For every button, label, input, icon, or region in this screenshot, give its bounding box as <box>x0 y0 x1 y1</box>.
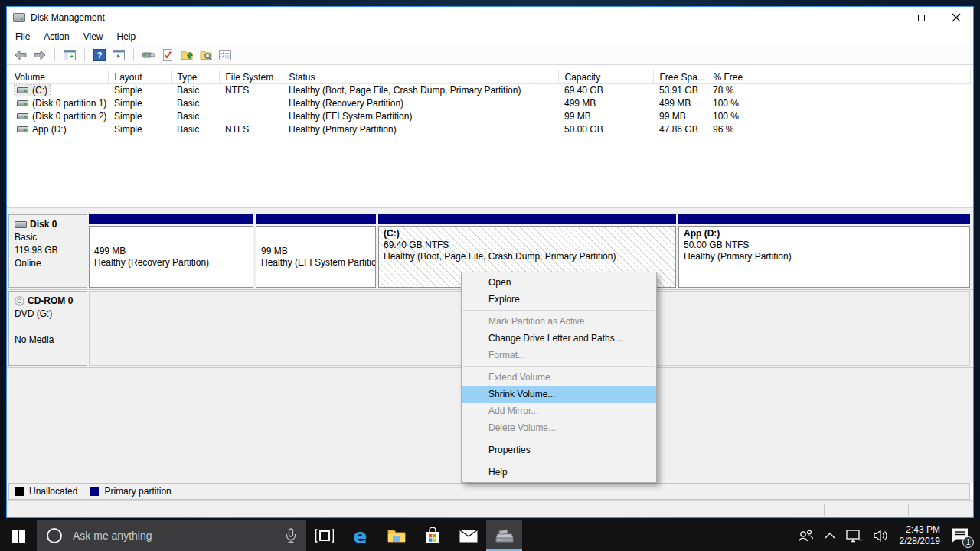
menu-item-change-drive-letter[interactable]: Change Drive Letter and Paths... <box>462 330 656 347</box>
status-divider <box>908 504 909 516</box>
menu-item-help[interactable]: Help <box>462 464 656 481</box>
toolbar: ? <box>7 45 973 65</box>
edge-taskbar-button[interactable]: e <box>342 520 378 551</box>
minimize-button[interactable] <box>870 7 904 28</box>
column-header-volume[interactable]: Volume <box>8 70 108 84</box>
task-view-icon <box>315 529 334 543</box>
column-header-file-system[interactable]: File System <box>219 70 283 84</box>
column-header-status[interactable]: Status <box>283 70 558 84</box>
unallocated-swatch <box>15 487 24 496</box>
column-header-free-space[interactable]: Free Spa... <box>653 70 707 84</box>
action-pane-icon <box>113 50 125 60</box>
back-button[interactable] <box>13 47 28 63</box>
disk0-state: Online <box>15 257 81 270</box>
partition-efi[interactable]: 99 MB Healthy (EFI System Partition) <box>256 214 376 288</box>
mail-taskbar-button[interactable] <box>450 520 486 551</box>
file-explorer-icon <box>387 528 406 543</box>
clock-time: 2:43 PM <box>900 524 940 536</box>
search-folder-button[interactable] <box>198 47 214 63</box>
menu-separator <box>463 439 655 439</box>
mail-icon <box>459 530 478 543</box>
legend-bar: Unallocated Primary partition <box>8 483 970 500</box>
store-icon <box>424 527 441 544</box>
partition-color-band <box>678 214 970 224</box>
device-properties-button[interactable] <box>141 47 156 63</box>
folder-search-icon <box>200 49 213 60</box>
device-properties-icon <box>142 51 155 60</box>
help-button[interactable]: ? <box>92 47 107 63</box>
maximize-button[interactable] <box>904 7 939 28</box>
cdrom-icon <box>15 296 24 306</box>
column-header-layout[interactable]: Layout <box>108 70 171 84</box>
menu-item-explore[interactable]: Explore <box>462 291 656 308</box>
task-view-button[interactable] <box>306 520 342 551</box>
menu-file[interactable]: File <box>8 28 37 45</box>
menu-item-open[interactable]: Open <box>462 274 656 291</box>
menu-bar: File Action View Help <box>7 28 973 45</box>
disk-management-taskbar-button[interactable] <box>486 520 522 551</box>
partition-d[interactable]: App (D:) 50.00 GB NTFS Healthy (Primary … <box>678 214 970 288</box>
menu-view[interactable]: View <box>77 28 110 45</box>
search-input[interactable] <box>73 530 286 542</box>
cortana-icon <box>47 528 62 543</box>
menu-help[interactable]: Help <box>110 28 143 45</box>
table-row[interactable]: App (D:) Simple Basic NTFS Healthy (Prim… <box>8 123 970 136</box>
menu-separator <box>463 461 655 461</box>
back-icon <box>15 50 27 60</box>
task-list-button[interactable] <box>217 47 233 63</box>
volume-partition1-label[interactable]: (Disk 0 partition 1) <box>15 98 108 109</box>
toolbar-separator <box>84 48 85 61</box>
forward-icon <box>34 50 46 60</box>
column-header-type[interactable]: Type <box>171 70 219 84</box>
disk0-label-box[interactable]: Disk 0 Basic 119.98 GB Online <box>8 214 87 288</box>
show-action-pane-button[interactable] <box>111 47 126 63</box>
close-button[interactable] <box>939 7 973 28</box>
menu-item-shrink-volume[interactable]: Shrink Volume... <box>462 386 656 403</box>
table-row[interactable]: (C:) Simple Basic NTFS Healthy (Boot, Pa… <box>8 84 970 97</box>
people-button[interactable] <box>792 520 818 551</box>
cdrom-label-box[interactable]: CD-ROM 0 DVD (G:) No Media <box>8 291 87 366</box>
toolbar-separator <box>54 48 55 61</box>
column-header-pct-free[interactable]: % Free <box>707 70 773 84</box>
menu-item-properties[interactable]: Properties <box>462 442 656 458</box>
legend-primary-label: Primary partition <box>104 486 171 497</box>
volume-partition2-label[interactable]: (Disk 0 partition 2) <box>15 111 108 122</box>
menu-item-add-mirror: Add Mirror... <box>462 403 656 419</box>
open-folder-button[interactable] <box>179 47 194 63</box>
menu-action[interactable]: Action <box>37 28 76 45</box>
column-header-empty <box>773 70 970 84</box>
window-controls <box>870 7 973 28</box>
action-center-button[interactable]: 1 <box>946 520 977 551</box>
tray-overflow-button[interactable] <box>820 520 840 551</box>
volume-c-label[interactable]: (C:) <box>15 85 50 96</box>
disk0-size: 119.98 GB <box>15 244 81 257</box>
forward-button[interactable] <box>32 47 47 63</box>
volume-d-label[interactable]: App (D:) <box>15 124 69 135</box>
partition-recovery[interactable]: 499 MB Healthy (Recovery Partition) <box>89 214 253 288</box>
file-explorer-taskbar-button[interactable] <box>378 520 414 551</box>
show-console-tree-button[interactable] <box>62 47 77 63</box>
partition-color-band <box>256 214 376 224</box>
speaker-icon <box>874 530 889 542</box>
status-divider <box>824 504 825 516</box>
store-taskbar-button[interactable] <box>414 520 450 551</box>
start-button[interactable] <box>0 520 37 551</box>
toolbar-separator <box>133 48 134 61</box>
volume-table: Volume Layout Type File System Status Ca… <box>8 70 971 136</box>
console-tree-icon <box>64 50 76 60</box>
edge-icon: e <box>353 526 367 546</box>
taskbar: e <box>0 520 980 551</box>
check-disk-button[interactable] <box>160 47 175 63</box>
volume-button[interactable] <box>869 520 893 551</box>
cdrom-media: DVD (G:) <box>15 308 81 321</box>
table-row[interactable]: (Disk 0 partition 2) Simple Basic Health… <box>8 110 970 123</box>
cortana-search-box[interactable] <box>37 520 306 551</box>
taskbar-clock[interactable]: 2:43 PM 2/28/2019 <box>895 524 945 547</box>
context-menu: Open Explore Mark Partition as Active Ch… <box>461 272 657 483</box>
column-header-capacity[interactable]: Capacity <box>558 70 653 84</box>
partition-color-band <box>89 214 253 224</box>
network-button[interactable] <box>841 520 867 551</box>
table-row[interactable]: (Disk 0 partition 1) Simple Basic Health… <box>8 97 970 110</box>
microphone-icon[interactable] <box>286 528 296 543</box>
close-icon <box>952 13 961 22</box>
